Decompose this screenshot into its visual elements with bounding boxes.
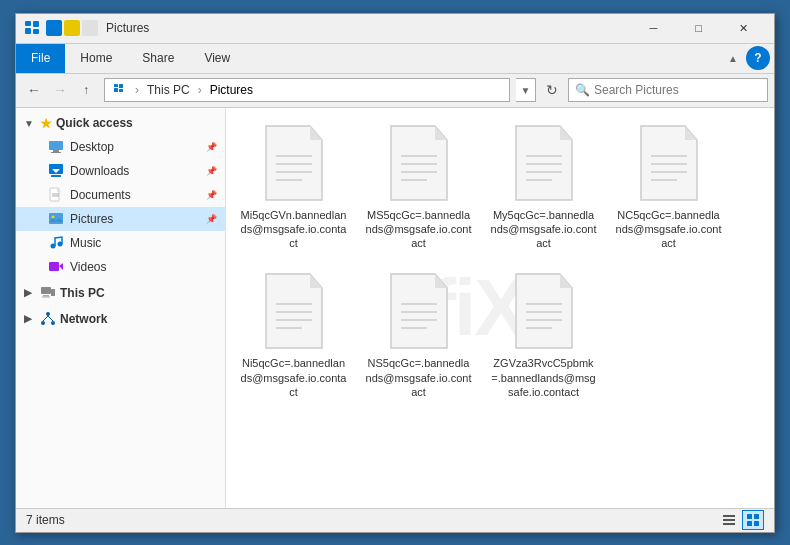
this-pc-toggle: ▶ xyxy=(24,287,36,298)
sidebar-item-documents-label: Documents xyxy=(70,188,131,202)
this-pc-icon xyxy=(40,285,56,301)
file-explorer-window: Pictures ─ □ ✕ File Home Share View ▲ ? … xyxy=(15,13,775,533)
pin-icon2: 📌 xyxy=(206,166,217,176)
tab-view[interactable]: View xyxy=(189,44,245,73)
svg-rect-26 xyxy=(51,289,55,296)
pictures-icon xyxy=(48,211,64,227)
svg-line-31 xyxy=(48,316,53,321)
svg-rect-75 xyxy=(723,519,735,521)
quick-access-section: ▼ ★ Quick access Desktop 📌 Downloads xyxy=(16,112,225,279)
this-pc-header[interactable]: ▶ This PC xyxy=(16,281,225,305)
path-separator2: › xyxy=(198,83,202,97)
sidebar-item-desktop[interactable]: Desktop 📌 xyxy=(16,135,225,159)
tab-file[interactable]: File xyxy=(16,44,65,73)
sidebar-item-documents[interactable]: Documents 📌 xyxy=(16,183,225,207)
file-item[interactable]: MS5qcGc=.bannedlands@msgsafe.io.contact xyxy=(361,118,476,257)
svg-rect-74 xyxy=(723,515,735,517)
svg-point-27 xyxy=(46,312,50,316)
ribbon-chevron[interactable]: ▲ xyxy=(720,53,746,64)
details-view-icon xyxy=(722,513,736,527)
details-view-button[interactable] xyxy=(718,510,740,530)
pin-icon3: 📌 xyxy=(206,190,217,200)
window-controls: ─ □ ✕ xyxy=(631,13,766,43)
search-icon: 🔍 xyxy=(575,83,590,97)
pin-icon4: 📌 xyxy=(206,214,217,224)
network-icon xyxy=(40,311,56,327)
file-item[interactable]: ZGVza3RvcC5pbmk=.bannedlands@msgsafe.io.… xyxy=(486,266,601,405)
svg-rect-78 xyxy=(754,514,759,519)
window-icon xyxy=(24,20,40,36)
sidebar-item-desktop-label: Desktop xyxy=(70,140,114,154)
title-bar: Pictures ─ □ ✕ xyxy=(16,14,774,44)
minimize-button[interactable]: ─ xyxy=(631,13,676,43)
svg-rect-77 xyxy=(747,514,752,519)
sidebar-item-music-label: Music xyxy=(70,236,101,250)
sidebar-item-pictures[interactable]: Pictures 📌 xyxy=(16,207,225,231)
path-pictures[interactable]: Pictures xyxy=(210,83,253,97)
sidebar-item-videos[interactable]: Videos xyxy=(16,255,225,279)
svg-rect-7 xyxy=(119,89,123,92)
file-name: Ni5qcGc=.bannedlands@msgsafe.io.contact xyxy=(240,356,347,399)
svg-rect-5 xyxy=(114,88,118,92)
svg-rect-6 xyxy=(119,84,123,88)
tab-home[interactable]: Home xyxy=(65,44,127,73)
close-button[interactable]: ✕ xyxy=(721,13,766,43)
tab-share[interactable]: Share xyxy=(127,44,189,73)
svg-point-29 xyxy=(51,321,55,325)
videos-icon xyxy=(48,259,64,275)
search-box[interactable]: 🔍 xyxy=(568,78,768,102)
svg-rect-23 xyxy=(41,287,51,294)
file-name: NC5qcGc=.bannedlands@msgsafe.io.contact xyxy=(615,208,722,251)
svg-rect-25 xyxy=(42,296,50,297)
file-item[interactable]: My5qcGc=.bannedlands@msgsafe.io.contact xyxy=(486,118,601,257)
network-section: ▶ Network xyxy=(16,307,225,331)
back-button[interactable]: ← xyxy=(22,78,46,102)
svg-rect-4 xyxy=(114,84,118,87)
svg-rect-1 xyxy=(25,28,31,34)
large-icons-view-icon xyxy=(746,513,760,527)
path-this-pc[interactable]: This PC xyxy=(147,83,190,97)
file-icon xyxy=(258,272,330,352)
svg-rect-79 xyxy=(747,521,752,526)
file-icon xyxy=(508,272,580,352)
pin-icon: 📌 xyxy=(206,142,217,152)
network-label: Network xyxy=(60,312,107,326)
file-icon xyxy=(383,124,455,204)
up-button[interactable]: ↑ xyxy=(74,78,98,102)
file-item[interactable]: Mi5qcGVn.bannedlands@msgsafe.io.contact xyxy=(236,118,351,257)
large-icons-view-button[interactable] xyxy=(742,510,764,530)
network-header[interactable]: ▶ Network xyxy=(16,307,225,331)
quick-access-header[interactable]: ▼ ★ Quick access xyxy=(16,112,225,135)
file-name: ZGVza3RvcC5pbmk=.bannedlands@msgsafe.io.… xyxy=(490,356,597,399)
this-pc-label: This PC xyxy=(60,286,105,300)
help-button[interactable]: ? xyxy=(746,46,770,70)
file-name: NS5qcGc=.bannedlands@msgsafe.io.contact xyxy=(365,356,472,399)
file-item[interactable]: NC5qcGc=.bannedlands@msgsafe.io.contact xyxy=(611,118,726,257)
sidebar-item-videos-label: Videos xyxy=(70,260,106,274)
address-path[interactable]: › This PC › Pictures xyxy=(104,78,510,102)
forward-button[interactable]: → xyxy=(48,78,72,102)
refresh-button[interactable]: ↻ xyxy=(538,78,566,102)
file-grid: fiXit Mi5qcGVn.bannedlands@msgsafe.io.co… xyxy=(226,108,774,508)
svg-rect-8 xyxy=(49,141,63,150)
svg-rect-10 xyxy=(51,152,61,153)
this-pc-section: ▶ This PC xyxy=(16,281,225,305)
address-dropdown-button[interactable]: ▼ xyxy=(516,78,536,102)
sidebar-item-downloads-label: Downloads xyxy=(70,164,129,178)
svg-rect-21 xyxy=(49,262,59,271)
downloads-icon xyxy=(48,163,64,179)
svg-rect-9 xyxy=(53,150,59,152)
search-input[interactable] xyxy=(594,83,761,97)
sidebar-item-music[interactable]: Music xyxy=(16,231,225,255)
maximize-button[interactable]: □ xyxy=(676,13,721,43)
ribbon-tabs: File Home Share View ▲ ? xyxy=(16,44,774,74)
address-bar: ← → ↑ › This PC › Pictures ▼ ↻ 🔍 xyxy=(16,74,774,108)
qs-icon2 xyxy=(64,20,80,36)
desktop-icon xyxy=(48,139,64,155)
file-item[interactable]: Ni5qcGc=.bannedlands@msgsafe.io.contact xyxy=(236,266,351,405)
network-toggle: ▶ xyxy=(24,313,36,324)
svg-rect-2 xyxy=(33,21,39,27)
file-name: My5qcGc=.bannedlands@msgsafe.io.contact xyxy=(490,208,597,251)
file-item[interactable]: NS5qcGc=.bannedlands@msgsafe.io.contact xyxy=(361,266,476,405)
sidebar-item-downloads[interactable]: Downloads 📌 xyxy=(16,159,225,183)
